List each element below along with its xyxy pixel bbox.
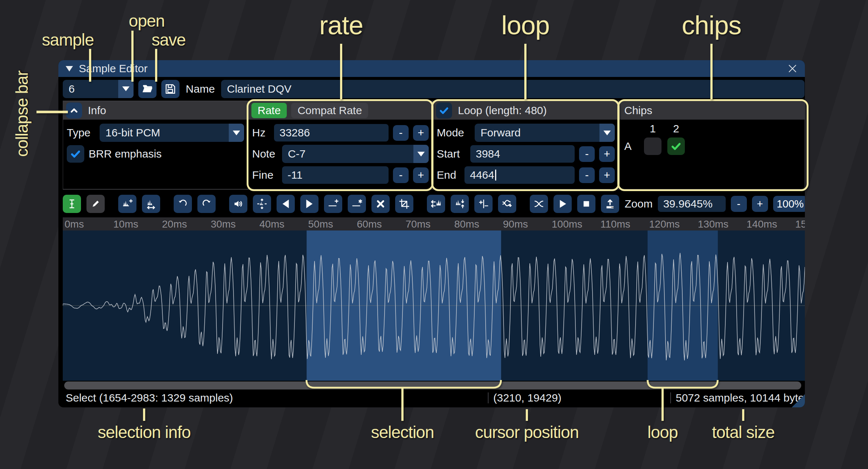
ruler-label: 150ms	[795, 218, 805, 230]
scrollbar-thumb[interactable]	[64, 381, 801, 389]
toolbar-amplify-button[interactable]	[229, 195, 247, 213]
invert-icon	[454, 198, 465, 209]
toolbar-normalize-button[interactable]	[253, 195, 271, 213]
timeline-ruler[interactable]: 0ms10ms20ms30ms40ms50ms60ms70ms80ms90ms1…	[63, 217, 805, 230]
annotation-rate-label: rate	[319, 10, 363, 40]
fade-out-icon	[304, 198, 315, 209]
redo-icon	[201, 198, 212, 209]
zoom-out-button[interactable]: -	[731, 196, 747, 212]
sample-toolbar: Zoom 39.9645% - + 100%	[63, 193, 805, 215]
open-sample-button[interactable]	[138, 80, 157, 98]
annotation-chips-label: chips	[682, 10, 741, 40]
type-label: Type	[67, 127, 95, 139]
annotation-chips-outline	[617, 99, 809, 191]
toolbar-sign-invert-button[interactable]	[474, 195, 493, 213]
info-panel-title: Info	[88, 104, 106, 117]
toolbar-undo-button[interactable]	[174, 195, 192, 213]
toolbar-fade-in-button[interactable]	[277, 195, 295, 213]
chevron-up-icon	[69, 105, 79, 116]
annotation-sample-label: sample	[42, 30, 94, 50]
zoom-label: Zoom	[625, 198, 653, 210]
type-selector[interactable]: 16-bit PCM	[100, 124, 244, 142]
zoom-reset-button[interactable]: 100%	[773, 196, 805, 212]
sign-invert-icon	[478, 198, 489, 209]
name-input[interactable]: Clarinet DQV	[221, 80, 805, 98]
toolbar-draw-button[interactable]	[86, 195, 105, 213]
toolbar-create-wavetable-button[interactable]	[601, 195, 619, 213]
annotation-total-size-label: total size	[712, 422, 775, 442]
ruler-label: 120ms	[649, 218, 680, 230]
create-wavetable-icon	[605, 198, 616, 209]
toolbar-stop-preview-button[interactable]	[577, 195, 595, 213]
info-panel: Info Type 16-bit PCM	[63, 101, 248, 189]
toolbar-crossfade-loop-button[interactable]	[530, 195, 548, 213]
toolbar-redo-button[interactable]	[197, 195, 216, 213]
annotation-loop-outline	[431, 99, 620, 191]
ruler-label: 10ms	[113, 218, 138, 230]
toolbar-fade-out-button[interactable]	[300, 195, 319, 213]
annotation-collapse-bar-label: collapse bar	[12, 71, 32, 157]
waveform-scrollbar[interactable]	[64, 381, 801, 389]
toolbar-apply-silence-button[interactable]	[348, 195, 366, 213]
annotation-loop-bottom-label: loop	[648, 422, 678, 442]
chevron-down-icon	[229, 124, 244, 142]
toolbar-delete-button[interactable]	[371, 195, 390, 213]
toolbar-filter-button[interactable]	[498, 195, 516, 213]
ruler-label: 60ms	[357, 218, 382, 230]
ruler-label: 20ms	[162, 218, 187, 230]
amplify-icon	[233, 198, 244, 209]
ruler-label: 40ms	[259, 218, 284, 230]
sample-row: 6 Name Clarinet DQV	[58, 77, 805, 101]
info-panel-header: Info	[63, 101, 248, 120]
crossfade-loop-icon	[533, 198, 544, 209]
toolbar-resample-button[interactable]	[142, 195, 160, 213]
chevron-down-icon	[118, 80, 134, 98]
save-sample-button[interactable]	[161, 80, 180, 98]
floppy-save-icon	[165, 83, 176, 95]
status-divider	[670, 392, 671, 403]
type-value: 16-bit PCM	[100, 127, 229, 139]
ruler-label: 50ms	[308, 218, 333, 230]
toolbar-resize-button[interactable]	[118, 195, 136, 213]
titlebar[interactable]: Sample Editor	[58, 60, 805, 77]
zoom-value-field[interactable]: 39.9645%	[658, 196, 726, 212]
resample-icon	[146, 198, 157, 209]
toolbar-preview-button[interactable]	[553, 195, 572, 213]
sample-number: 6	[63, 83, 118, 95]
page-background: Sample Editor 6	[0, 0, 868, 469]
check-icon	[70, 148, 81, 159]
brr-emphasis-checkbox[interactable]	[67, 145, 84, 163]
waveform-display[interactable]	[63, 230, 805, 381]
preview-icon	[557, 198, 568, 209]
window-collapse-icon[interactable]	[66, 66, 73, 71]
delete-icon	[375, 198, 386, 209]
window-resize-grip[interactable]	[792, 394, 805, 407]
ruler-label: 130ms	[698, 218, 729, 230]
toolbar-insert-silence-button[interactable]	[324, 195, 342, 213]
sample-selector[interactable]: 6	[63, 80, 134, 98]
window-title: Sample Editor	[79, 62, 147, 75]
status-cursor-position: (3210, 19429)	[493, 389, 562, 406]
ruler-label: 80ms	[454, 218, 479, 230]
collapse-bar-button[interactable]	[66, 102, 82, 119]
annotation-open-label: open	[129, 11, 165, 31]
filter-icon	[502, 198, 513, 209]
ruler-label: 100ms	[552, 218, 582, 230]
insert-silence-icon	[328, 198, 339, 209]
toolbar-invert-button[interactable]	[451, 195, 469, 213]
toolbar-select-button[interactable]	[63, 195, 81, 213]
ruler-label: 70ms	[406, 218, 431, 230]
zoom-in-button[interactable]: +	[752, 196, 768, 212]
select-icon	[66, 198, 77, 209]
status-divider	[488, 392, 489, 403]
annotation-selection-label: selection	[371, 422, 434, 442]
toolbar-trim-button[interactable]	[395, 195, 413, 213]
zoom-value: 39.9645%	[663, 198, 713, 210]
close-icon[interactable]	[787, 63, 798, 74]
annotation-selection-info-label: selection info	[98, 422, 191, 442]
toolbar-reverse-button[interactable]	[427, 195, 445, 213]
trim-icon	[399, 198, 410, 209]
ruler-label: 90ms	[503, 218, 528, 230]
fade-in-icon	[280, 198, 291, 209]
annotation-cursor-position-label: cursor position	[475, 422, 579, 442]
